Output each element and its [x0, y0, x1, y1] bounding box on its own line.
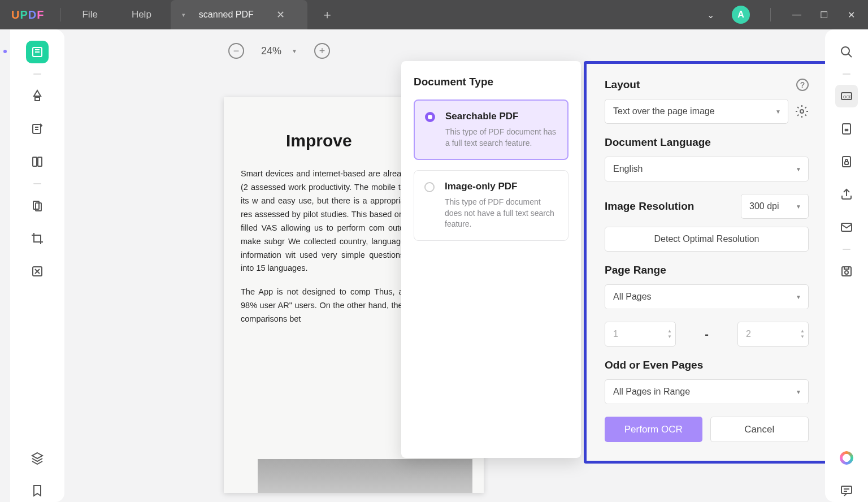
cancel-button[interactable]: Cancel — [710, 417, 809, 442]
svg-rect-17 — [844, 267, 849, 269]
zoom-in-button[interactable]: + — [314, 43, 330, 59]
gear-icon[interactable] — [795, 105, 809, 118]
bookmark-tool[interactable] — [26, 479, 49, 502]
svg-text:OCR: OCR — [843, 95, 852, 99]
redact-tool[interactable] — [26, 260, 49, 283]
page-indicator-dot — [3, 50, 7, 53]
reader-tool[interactable] — [26, 41, 49, 63]
layers-tool[interactable] — [26, 447, 49, 469]
crop-tool[interactable] — [26, 227, 49, 250]
document-type-title: Document Type — [414, 76, 568, 88]
tab-label: scanned PDF — [199, 10, 254, 20]
page-from-input[interactable]: 1 ▲▼ — [605, 322, 676, 347]
stepper-down-icon[interactable]: ▼ — [667, 335, 672, 339]
window-close-button[interactable]: ✕ — [845, 10, 857, 20]
chevron-down-icon[interactable]: ⌄ — [705, 10, 716, 20]
perform-ocr-button[interactable]: Perform OCR — [605, 417, 702, 442]
window-minimize-button[interactable]: — — [791, 10, 802, 20]
dropdown-arrow-icon: ▼ — [796, 204, 801, 210]
ai-assistant-icon[interactable] — [835, 447, 858, 469]
help-icon[interactable]: ? — [796, 79, 809, 91]
zoom-value[interactable]: 24%▼ — [261, 45, 297, 57]
email-icon[interactable] — [835, 216, 858, 239]
right-toolbar: OCR — [825, 29, 868, 502]
page-to-input[interactable]: 2 ▲▼ — [737, 322, 809, 347]
dropdown-arrow-icon: ▼ — [775, 109, 781, 115]
convert-icon[interactable] — [835, 118, 858, 140]
menu-file[interactable]: File — [65, 9, 114, 20]
page-range-select[interactable]: All Pages▼ — [605, 284, 809, 309]
left-toolbar — [10, 29, 64, 502]
tab-dropdown-icon[interactable]: ▾ — [182, 11, 185, 19]
svg-rect-13 — [845, 162, 848, 165]
stepper-up-icon[interactable]: ▲ — [667, 329, 672, 334]
titlebar: UPDF File Help ▾ scanned PDF ✕ ＋ ⌄ A — ☐… — [0, 0, 868, 29]
svg-rect-2 — [33, 157, 37, 166]
zoom-dropdown-icon[interactable]: ▼ — [292, 48, 297, 54]
zoom-out-button[interactable]: − — [228, 43, 244, 59]
save-icon[interactable] — [835, 260, 858, 283]
option-image-only-pdf[interactable]: Image-only PDF This type of PDF document… — [414, 170, 568, 241]
window-maximize-button[interactable]: ☐ — [818, 10, 830, 20]
detect-resolution-button[interactable]: Detect Optimal Resolution — [605, 227, 809, 252]
svg-point-8 — [841, 47, 849, 55]
page-range-label: Page Range — [605, 264, 809, 276]
layout-label: Layout — [605, 79, 640, 91]
app-logo: UPDF — [0, 8, 55, 21]
ocr-icon[interactable]: OCR — [835, 85, 858, 107]
page-image-placeholder — [258, 459, 472, 493]
stepper-down-icon[interactable]: ▼ — [800, 335, 805, 339]
odd-even-label: Odd or Even Pages — [605, 359, 809, 371]
dropdown-arrow-icon: ▼ — [796, 389, 801, 395]
option-title: Searchable PDF — [445, 111, 557, 122]
tab-document[interactable]: ▾ scanned PDF ✕ — [171, 0, 307, 29]
tab-add-button[interactable]: ＋ — [310, 6, 345, 23]
dropdown-arrow-icon: ▼ — [796, 166, 801, 172]
share-icon[interactable] — [835, 183, 858, 206]
stepper-up-icon[interactable]: ▲ — [800, 329, 805, 334]
svg-rect-3 — [38, 157, 42, 166]
language-select[interactable]: English▼ — [605, 157, 809, 181]
resolution-label: Image Resolution — [605, 200, 694, 213]
menu-help[interactable]: Help — [115, 9, 168, 20]
svg-point-7 — [800, 110, 804, 113]
resolution-select[interactable]: 300 dpi▼ — [741, 194, 809, 219]
search-icon[interactable] — [835, 41, 858, 63]
range-dash: - — [686, 328, 727, 341]
option-desc: This type of PDF document does not have … — [445, 197, 558, 230]
option-desc: This type of PDF document has a full tex… — [445, 127, 557, 149]
pages-tool[interactable] — [26, 150, 49, 173]
zoom-controls: − 24%▼ + — [228, 43, 330, 59]
document-viewport: − 24%▼ + Improve Smart devices and inter… — [64, 29, 825, 502]
svg-rect-18 — [841, 486, 852, 494]
comment-icon[interactable] — [835, 479, 858, 502]
radio-unselected-icon — [424, 182, 435, 192]
language-label: Document Language — [605, 136, 809, 149]
document-type-panel: Document Type Searchable PDF This type o… — [401, 61, 581, 458]
svg-point-16 — [845, 271, 848, 274]
radio-selected-icon — [425, 112, 435, 122]
edit-tool[interactable] — [26, 118, 49, 140]
highlight-tool[interactable] — [26, 85, 49, 107]
dropdown-arrow-icon: ▼ — [796, 294, 801, 300]
tab-close-icon[interactable]: ✕ — [276, 8, 285, 21]
odd-even-select[interactable]: All Pages in Range▼ — [605, 379, 809, 404]
avatar[interactable]: A — [732, 6, 750, 24]
ocr-settings-panel: Layout ? Text over the page image▼ Docum… — [584, 61, 825, 464]
protect-icon[interactable] — [835, 150, 858, 173]
option-searchable-pdf[interactable]: Searchable PDF This type of PDF document… — [414, 99, 568, 160]
option-title: Image-only PDF — [445, 181, 558, 192]
layout-select[interactable]: Text over the page image▼ — [605, 99, 788, 124]
organize-tool[interactable] — [26, 194, 49, 217]
